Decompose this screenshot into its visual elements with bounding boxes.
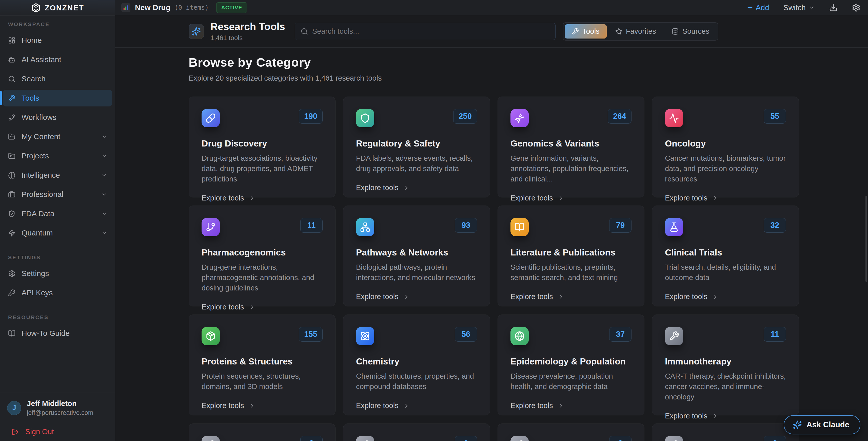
category-title: Drug Discovery <box>202 138 322 149</box>
chevron-right-icon <box>558 403 564 409</box>
switch-button[interactable]: Switch <box>783 3 815 12</box>
dna-icon <box>515 113 525 123</box>
sidebar-item-intelligence[interactable]: Intelligence <box>3 167 112 183</box>
sidebar-item-fda-data[interactable]: FDA Data <box>3 205 112 222</box>
sidebar-item-workflows[interactable]: Workflows <box>3 109 112 126</box>
chevron-right-icon <box>712 195 719 202</box>
chevron-down-icon <box>809 5 815 11</box>
sidebar-item-professional[interactable]: Professional <box>3 186 112 203</box>
sidebar-item-search[interactable]: Search <box>3 70 112 87</box>
category-card-oncology[interactable]: 55 Oncology Cancer mutations, biomarkers… <box>652 96 799 198</box>
explore-tools-link[interactable]: Explore tools <box>510 402 631 410</box>
bot-icon <box>8 56 16 63</box>
explore-tools-link[interactable]: Explore tools <box>665 194 786 202</box>
category-count-badge: 155 <box>299 327 322 342</box>
category-card-epidemiology-population[interactable]: 37 Epidemiology & Population Disease pre… <box>498 315 644 415</box>
category-card[interactable]: 0 <box>189 423 336 441</box>
project-items-count: (0 items) <box>175 4 209 11</box>
explore-tools-label: Explore tools <box>356 402 399 410</box>
user-profile[interactable]: J Jeff Middleton jeff@poruscreative.com <box>7 400 108 416</box>
sidebar-item-projects[interactable]: Projects <box>3 148 112 164</box>
category-title: Clinical Trials <box>665 247 786 258</box>
category-title: Pharmacogenomics <box>202 247 322 258</box>
category-card-pharmacogenomics[interactable]: 11 Pharmacogenomics Drug-gene interactio… <box>189 206 336 306</box>
search-icon <box>301 28 308 35</box>
chevron-down-icon <box>101 211 107 217</box>
category-card-pathways-networks[interactable]: 93 Pathways & Networks Biological pathwa… <box>343 206 490 306</box>
chevron-right-icon <box>403 403 410 409</box>
category-card[interactable]: 0 <box>652 423 799 441</box>
scrollbar-thumb[interactable] <box>865 196 867 282</box>
app-root: ZONZNET WORKSPACE Home AI Assistant Sear… <box>0 0 868 441</box>
category-icon-tile <box>356 436 374 441</box>
brand-logo[interactable]: ZONZNET <box>0 0 115 16</box>
sidebar-item-api-keys[interactable]: API Keys <box>3 284 112 301</box>
gear-icon[interactable] <box>852 3 860 12</box>
category-count-badge: 56 <box>455 327 477 342</box>
category-count-badge: 37 <box>609 327 631 342</box>
git-branch-icon <box>8 114 16 121</box>
category-card[interactable]: 0 <box>498 423 644 441</box>
explore-tools-link[interactable]: Explore tools <box>510 292 631 301</box>
chevron-right-icon <box>403 184 410 191</box>
category-card-immunotherapy[interactable]: 11 Immunotherapy CAR-T therapy, checkpoi… <box>652 315 799 415</box>
tools-header: Research Tools 1,461 tools Tools Favorit… <box>115 15 868 48</box>
category-card-regulatory-safety[interactable]: 250 Regulatory & Safety FDA labels, adve… <box>343 96 490 198</box>
ask-claude-button[interactable]: Ask Claude <box>784 415 860 434</box>
category-count-badge: 32 <box>764 218 786 233</box>
tab-favorites[interactable]: Favorites <box>608 24 663 38</box>
category-card-literature-publications[interactable]: 79 Literature & Publications Scientific … <box>498 206 644 306</box>
add-button[interactable]: Add <box>746 3 769 12</box>
sidebar-item-tools[interactable]: Tools <box>3 90 112 107</box>
explore-tools-link[interactable]: Explore tools <box>665 412 786 420</box>
chevron-right-icon <box>712 293 719 300</box>
explore-tools-link[interactable]: Explore tools <box>356 183 477 192</box>
category-card-clinical-trials[interactable]: 32 Clinical Trials Trial search, details… <box>652 206 799 306</box>
explore-tools-label: Explore tools <box>665 412 708 420</box>
package-icon <box>206 331 216 341</box>
tab-label: Sources <box>682 27 709 35</box>
topbar-actions: Add Switch <box>746 3 860 12</box>
shield-check-icon <box>8 210 16 217</box>
explore-tools-link[interactable]: Explore tools <box>356 292 477 301</box>
activity-icon <box>669 113 679 123</box>
category-card-genomics-variants[interactable]: 264 Genomics & Variants Gene information… <box>498 96 644 198</box>
sidebar-item-home[interactable]: Home <box>3 32 112 49</box>
category-card-chemistry[interactable]: 56 Chemistry Chemical structures, proper… <box>343 315 490 415</box>
explore-tools-link[interactable]: Explore tools <box>202 402 322 410</box>
wrench-icon <box>360 440 370 441</box>
explore-tools-link[interactable]: Explore tools <box>202 303 322 311</box>
sidebar-item-ai-assistant[interactable]: AI Assistant <box>3 51 112 68</box>
category-card-proteins-structures[interactable]: 155 Proteins & Structures Protein sequen… <box>189 315 336 415</box>
chevron-right-icon <box>712 413 719 419</box>
explore-tools-link[interactable]: Explore tools <box>510 194 631 202</box>
gear-icon <box>8 270 16 277</box>
dashboard-icon <box>8 37 16 44</box>
log-out-icon <box>12 428 19 435</box>
download-icon[interactable] <box>829 3 838 12</box>
atom-icon <box>360 331 370 341</box>
category-card[interactable]: 0 <box>343 423 490 441</box>
explore-tools-link[interactable]: Explore tools <box>356 402 477 410</box>
category-count-badge: 190 <box>299 109 322 124</box>
plus-icon <box>746 4 753 11</box>
tab-tools[interactable]: Tools <box>565 24 607 38</box>
sidebar-item-how-to-guide[interactable]: How-To Guide <box>3 325 112 342</box>
tab-sources[interactable]: Sources <box>665 24 716 38</box>
research-tools-icon-tile <box>189 24 204 39</box>
sparkles-icon <box>192 27 201 36</box>
brand-name: ZONZNET <box>44 4 84 12</box>
category-card-drug-discovery[interactable]: 190 Drug Discovery Drug-target associati… <box>189 96 336 198</box>
sidebar-item-my-content[interactable]: My Content <box>3 128 112 145</box>
explore-tools-label: Explore tools <box>356 292 399 301</box>
sign-out-button[interactable]: Sign Out <box>7 428 108 436</box>
search-input[interactable] <box>312 23 555 40</box>
book-open-icon <box>8 330 16 337</box>
explore-tools-link[interactable]: Explore tools <box>665 292 786 301</box>
sidebar-item-label: Intelligence <box>22 171 60 179</box>
sidebar-item-quantum[interactable]: Quantum <box>3 225 112 241</box>
explore-tools-link[interactable]: Explore tools <box>202 194 322 202</box>
sidebar-item-settings[interactable]: Settings <box>3 265 112 282</box>
pill-icon <box>206 113 216 123</box>
sidebar-section-label: WORKSPACE <box>8 21 112 27</box>
